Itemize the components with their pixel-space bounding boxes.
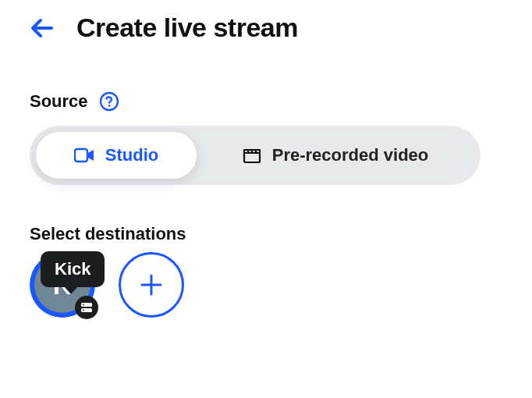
- page-title: Create live stream: [76, 12, 298, 43]
- destination-kick-badge: [75, 296, 98, 319]
- source-option-studio-label: Studio: [105, 145, 158, 165]
- source-segmented-control: Studio Pre-recorded video: [30, 126, 481, 185]
- destinations-label: Select destinations: [30, 224, 502, 244]
- source-option-prerecorded[interactable]: Pre-recorded video: [203, 132, 468, 179]
- video-camera-icon: [74, 147, 94, 163]
- arrow-left-icon: [30, 17, 55, 39]
- tooltip-text: Kick: [55, 259, 90, 279]
- svg-rect-3: [75, 149, 87, 162]
- svg-point-2: [108, 105, 110, 107]
- svg-rect-4: [244, 153, 260, 162]
- help-icon: [99, 91, 119, 112]
- svg-point-11: [83, 310, 84, 311]
- source-help-button[interactable]: [99, 91, 119, 112]
- plus-icon: [138, 272, 165, 298]
- source-option-prerecorded-label: Pre-recorded video: [272, 145, 429, 165]
- back-button[interactable]: [30, 16, 55, 41]
- clapperboard-icon: [243, 147, 261, 164]
- source-option-studio[interactable]: Studio: [36, 132, 197, 179]
- add-destination-button[interactable]: [119, 252, 184, 318]
- source-label: Source: [30, 91, 88, 112]
- destination-kick-tooltip: Kick: [41, 251, 105, 287]
- server-icon: [80, 302, 93, 313]
- svg-point-10: [83, 304, 84, 306]
